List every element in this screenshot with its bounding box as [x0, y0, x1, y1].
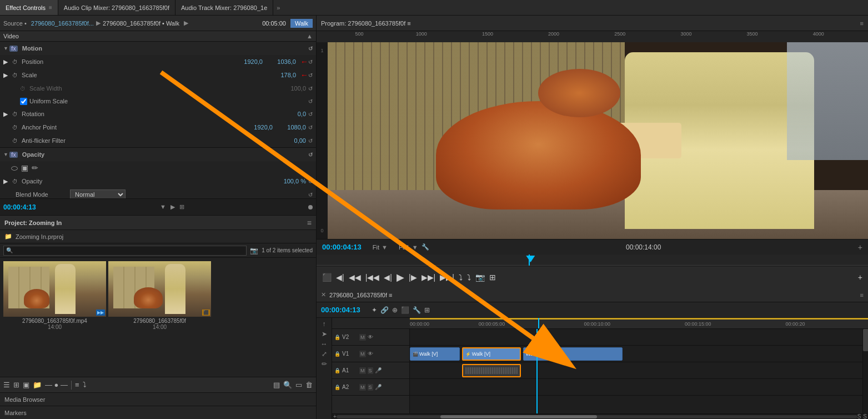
- motion-group-header[interactable]: ▼ fx Motion ↺: [0, 42, 316, 55]
- anchor-stopwatch[interactable]: ⏱: [12, 124, 18, 131]
- scale-expand[interactable]: ▶: [3, 72, 12, 79]
- tl-marker-icon[interactable]: ⬛: [401, 306, 409, 314]
- a1-s-btn[interactable]: S: [368, 367, 373, 374]
- position-x-value[interactable]: 1920,0: [232, 58, 265, 65]
- ec-play-icon[interactable]: ▶: [170, 203, 175, 211]
- a2-m-btn[interactable]: M: [359, 384, 366, 391]
- a1-track-row[interactable]: [410, 362, 862, 379]
- step-back-1-button[interactable]: ◀|: [384, 273, 392, 282]
- step-back-frame-button[interactable]: ◀◀: [349, 273, 361, 282]
- list-icon2[interactable]: ▤: [273, 381, 280, 389]
- opacity-expand[interactable]: ▶: [3, 178, 12, 185]
- rotation-expand[interactable]: ▶: [3, 111, 12, 118]
- uniform-scale-checkbox[interactable]: [20, 98, 27, 105]
- tl-side-razor[interactable]: ➤: [322, 330, 327, 338]
- mark-in-button[interactable]: ⬛: [322, 273, 332, 282]
- tl-magnet-icon[interactable]: ⊕: [392, 306, 398, 314]
- v2-lock[interactable]: 🔒: [334, 335, 340, 340]
- opacity-value[interactable]: 100,0 %: [275, 178, 308, 184]
- scale-stopwatch[interactable]: ⏱: [12, 72, 18, 78]
- blend-mode-select[interactable]: Normal: [70, 189, 126, 198]
- v2-track-btn[interactable]: M: [359, 334, 366, 341]
- v1-track-btn[interactable]: M: [359, 351, 366, 357]
- rect-tool[interactable]: ▣: [21, 163, 28, 172]
- anti-flicker-stopwatch[interactable]: ⏱: [12, 138, 18, 144]
- tl-side-slip[interactable]: ⤢: [322, 350, 327, 358]
- ellipse-tool[interactable]: ⬭: [11, 163, 18, 173]
- uniform-scale-reset[interactable]: ↺: [308, 98, 313, 104]
- opacity-group-header[interactable]: ▼ fx Opacity ↺: [0, 148, 316, 161]
- timeline-scrollbar-bottom[interactable]: + S S: [332, 413, 868, 419]
- tl-link-icon[interactable]: 🔗: [380, 306, 389, 314]
- timeline-menu-icon[interactable]: ≡: [860, 292, 864, 298]
- monitor-add-icon[interactable]: +: [858, 243, 862, 252]
- position-stopwatch[interactable]: ⏱: [12, 59, 18, 65]
- project-menu-icon[interactable]: ≡: [307, 218, 312, 227]
- anchor-y-value[interactable]: 1080,0: [275, 124, 308, 131]
- a1-m-btn[interactable]: M: [359, 367, 366, 374]
- tl-side-paint[interactable]: ✏: [322, 360, 327, 368]
- v2-eye-icon[interactable]: 👁: [368, 334, 373, 340]
- tl-s-icon[interactable]: S: [863, 413, 867, 419]
- list-view-icon[interactable]: ☰: [3, 381, 10, 389]
- blend-reset[interactable]: ↺: [308, 192, 313, 198]
- settings-button[interactable]: ⊞: [489, 273, 496, 282]
- fit-dropdown[interactable]: ▼: [382, 244, 388, 251]
- icon-3[interactable]: ▣: [23, 381, 29, 389]
- opacity-expand-arrow[interactable]: ▼: [3, 152, 8, 157]
- motion-reset-icon[interactable]: ↺: [308, 46, 313, 52]
- scale-width-reset[interactable]: ↺: [308, 86, 313, 92]
- tl-scroll-track[interactable]: [337, 415, 857, 418]
- new-bin-toolbar-icon[interactable]: 📁: [33, 381, 42, 389]
- wrench-icon[interactable]: 🔧: [422, 243, 429, 251]
- step-back-button[interactable]: ◀|: [336, 273, 344, 282]
- thumb-item-2[interactable]: ⬛ 2796080_1663785f0f 14:00: [108, 261, 211, 373]
- quality-dropdown[interactable]: ▼: [412, 244, 418, 251]
- go-to-out-button[interactable]: ▶▶|: [440, 273, 454, 282]
- monitor-playhead-bar[interactable]: [317, 255, 868, 266]
- source-clip-name[interactable]: 2796080_1663785f0f...: [31, 20, 94, 27]
- a2-track-row[interactable]: [410, 379, 862, 396]
- play-button[interactable]: ▶: [397, 271, 404, 283]
- add-marker-button[interactable]: +: [858, 273, 862, 282]
- align-icon[interactable]: ≡: [75, 381, 79, 389]
- v1-eye-icon[interactable]: 👁: [368, 351, 373, 357]
- tl-side-select[interactable]: ↑: [323, 320, 326, 328]
- position-expand[interactable]: ▶: [3, 58, 12, 66]
- a1-mic-icon[interactable]: 🎤: [375, 367, 382, 373]
- rotation-value[interactable]: 0,0: [275, 111, 308, 117]
- delete-icon[interactable]: 🗑: [305, 381, 313, 389]
- a1-lock[interactable]: 🔒: [334, 368, 340, 373]
- markers-row[interactable]: Markers: [0, 406, 316, 419]
- overwrite-button[interactable]: ⤵: [467, 273, 471, 282]
- tl-right-scrollbar[interactable]: [862, 329, 868, 413]
- insert-button[interactable]: ⤵: [459, 273, 463, 282]
- a1-clip-1[interactable]: [462, 364, 521, 377]
- v1-lock[interactable]: 🔒: [334, 351, 340, 357]
- search-toolbar-icon[interactable]: 🔍: [283, 381, 292, 389]
- a2-s-btn[interactable]: S: [368, 384, 373, 391]
- step-fwd-1-button[interactable]: |▶: [409, 273, 417, 282]
- tl-effects-icon[interactable]: ✦: [372, 306, 377, 314]
- tl-side-stretch[interactable]: ↔: [321, 340, 328, 348]
- tab-audio-clip-mixer[interactable]: Audio Clip Mixer: 2796080_1663785f0f: [58, 0, 175, 15]
- source-dropdown-arrow[interactable]: ▶: [184, 19, 188, 27]
- v1-clip-3[interactable]: Walk [V]: [523, 347, 623, 361]
- a2-mic-icon[interactable]: 🎤: [375, 384, 382, 390]
- v1-track-row[interactable]: 🎬 Walk [V] ⚡ Walk [V] Wal: [410, 346, 862, 362]
- tab-more-button[interactable]: »: [273, 4, 283, 11]
- video-section[interactable]: ▼ fx Motion ↺ ▶ ⏱ Position 1920,0 1036,0…: [0, 42, 316, 198]
- align-right-icon[interactable]: ⤵: [83, 381, 87, 389]
- go-to-in-button[interactable]: |◀◀: [365, 273, 380, 282]
- scale-width-value[interactable]: 100,0: [275, 85, 308, 92]
- position-reset[interactable]: ↺: [308, 59, 313, 65]
- anti-flicker-value[interactable]: 0,00: [275, 137, 308, 144]
- opacity-reset[interactable]: ↺: [308, 178, 313, 184]
- monitor-menu-icon[interactable]: ≡: [860, 20, 864, 27]
- scale-value[interactable]: 178,0: [265, 72, 298, 78]
- tl-scroll-add[interactable]: +: [333, 413, 337, 419]
- ec-filter-icon[interactable]: ▼: [160, 203, 166, 211]
- v1-clip-2[interactable]: ⚡ Walk [V]: [462, 347, 521, 361]
- tab-effect-controls[interactable]: Effect Controls ≡: [0, 0, 58, 15]
- v1-clip-1[interactable]: 🎬 Walk [V]: [410, 347, 460, 361]
